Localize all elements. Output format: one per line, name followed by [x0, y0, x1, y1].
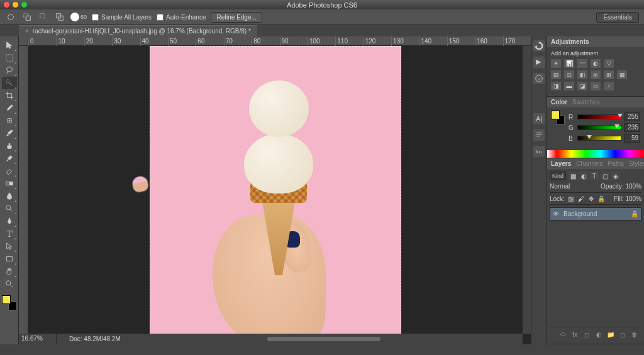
kuler-panel-icon[interactable]: ku — [533, 146, 545, 157]
color-swatch[interactable] — [551, 111, 565, 124]
refine-edge-button[interactable]: Refine Edge... — [211, 12, 262, 23]
opacity-value[interactable]: 100% — [625, 183, 641, 190]
ruler-origin[interactable] — [19, 36, 28, 46]
zoom-level[interactable]: 16.67% — [19, 334, 57, 344]
pen-tool[interactable] — [2, 215, 17, 227]
dodge-tool[interactable] — [2, 202, 17, 215]
subtract-selection-icon[interactable] — [38, 11, 49, 23]
gradient-tool[interactable] — [2, 177, 17, 190]
clone-stamp-tool[interactable] — [2, 139, 17, 152]
b-value[interactable]: 59 — [624, 134, 640, 143]
sample-all-layers-checkbox[interactable]: Sample All Layers — [92, 14, 152, 21]
healing-brush-tool[interactable] — [2, 114, 17, 127]
scrollbar-thumb[interactable] — [267, 337, 380, 341]
fill-value[interactable]: 100% — [625, 195, 641, 202]
marquee-tool[interactable] — [2, 52, 17, 64]
color-balance-icon[interactable]: ⚖ — [564, 70, 574, 79]
paragraph-panel-icon[interactable] — [533, 129, 545, 141]
lock-position-icon[interactable]: ✥ — [587, 195, 595, 202]
layers-footer: ⬭ fx ◻ ◐ 📁 ◻ 🗑 — [550, 327, 641, 341]
actions-panel-icon[interactable] — [533, 57, 545, 68]
curves-icon[interactable]: 〰 — [577, 59, 587, 68]
hand-tool[interactable] — [2, 265, 17, 278]
b-slider[interactable] — [577, 136, 621, 141]
delete-layer-icon[interactable]: 🗑 — [630, 330, 639, 339]
filter-adjustment-icon[interactable]: ◐ — [579, 172, 588, 180]
type-tool[interactable] — [2, 227, 17, 240]
filter-pixel-icon[interactable]: ▦ — [569, 172, 577, 180]
exposure-icon[interactable]: ◐ — [591, 59, 601, 68]
adjustments-subtitle: Add an adjustment — [551, 50, 640, 57]
close-tab-icon[interactable]: × — [25, 28, 29, 35]
lock-all-icon[interactable]: 🔒 — [597, 195, 605, 202]
vertical-scrollbar[interactable] — [523, 46, 531, 334]
vibrance-icon[interactable]: ▽ — [604, 59, 614, 68]
workspace-switcher[interactable]: Essentials — [596, 12, 639, 23]
info-panel-icon[interactable] — [533, 73, 545, 84]
r-value[interactable]: 255 — [624, 112, 640, 121]
crop-tool[interactable] — [2, 89, 17, 102]
filter-shape-icon[interactable]: ▢ — [601, 172, 609, 180]
adjustments-header[interactable]: Adjustments — [547, 36, 644, 47]
vertical-ruler[interactable] — [19, 46, 28, 344]
levels-icon[interactable]: 📊 — [564, 59, 574, 68]
document-info[interactable]: Doc: 48.2M/48.2M — [69, 336, 121, 342]
g-value[interactable]: 235 — [624, 123, 640, 132]
new-layer-icon[interactable]: ◻ — [618, 330, 627, 339]
visibility-icon[interactable]: 👁 — [553, 210, 560, 217]
color-panel-header[interactable]: ColorSwatches — [547, 97, 644, 107]
filter-smart-icon[interactable]: ◈ — [611, 172, 620, 180]
bw-icon[interactable]: ◧ — [577, 70, 587, 79]
brush-tool[interactable] — [2, 127, 17, 139]
channel-mixer-icon[interactable]: ⊞ — [604, 70, 614, 79]
foreground-color[interactable] — [2, 295, 11, 304]
threshold-icon[interactable]: ◪ — [577, 82, 587, 90]
posterize-icon[interactable]: ▬ — [564, 82, 574, 90]
path-selection-tool[interactable] — [2, 240, 17, 253]
new-fill-icon[interactable]: ◐ — [594, 330, 603, 339]
zoom-tool[interactable] — [2, 278, 17, 290]
character-panel-icon[interactable]: A| — [533, 113, 545, 124]
quick-selection-tool[interactable] — [2, 77, 17, 89]
layers-panel-header[interactable]: Layers Channels Paths Styles — [547, 158, 644, 169]
document-tab[interactable]: × rachael-gorjestani-HLt6jQLf_J0-unsplas… — [19, 25, 257, 36]
blend-mode[interactable]: Normal — [550, 183, 580, 190]
history-brush-tool[interactable] — [2, 152, 17, 165]
eyedropper-tool[interactable] — [2, 102, 17, 114]
horizontal-ruler[interactable]: 0102030405060708090100110120130140150160… — [28, 36, 531, 46]
filter-type-icon[interactable]: T — [590, 172, 599, 180]
layer-mask-icon[interactable]: ◻ — [582, 330, 591, 339]
layer-background[interactable]: 👁 Background 🔒 — [550, 207, 641, 221]
tool-preset-icon[interactable] — [5, 11, 16, 23]
intersect-selection-icon[interactable] — [54, 11, 65, 23]
horizontal-scrollbar[interactable]: Doc: 48.2M/48.2M — [28, 334, 523, 344]
color-lookup-icon[interactable]: ▦ — [617, 70, 627, 79]
filter-kind[interactable]: Kind — [550, 172, 566, 180]
gradient-map-icon[interactable]: ▭ — [591, 82, 601, 90]
auto-enhance-checkbox[interactable]: Auto-Enhance — [157, 14, 206, 21]
layer-style-icon[interactable]: fx — [570, 330, 579, 339]
eraser-tool[interactable] — [2, 165, 17, 177]
lock-pixels-icon[interactable]: 🖌 — [577, 195, 585, 202]
layer-name[interactable]: Background — [564, 210, 597, 217]
blur-tool[interactable] — [2, 190, 17, 202]
lasso-tool[interactable] — [2, 64, 17, 77]
move-tool[interactable] — [2, 39, 17, 52]
document-canvas[interactable] — [150, 46, 401, 344]
invert-icon[interactable]: ◨ — [551, 82, 561, 90]
foreground-background-colors[interactable] — [2, 295, 17, 310]
selective-color-icon[interactable]: ▫ — [604, 82, 614, 90]
g-slider[interactable] — [577, 125, 621, 130]
lock-transparent-icon[interactable]: ▨ — [567, 195, 575, 202]
brightness-contrast-icon[interactable]: ☀ — [551, 59, 561, 68]
color-spectrum[interactable] — [547, 150, 644, 158]
link-layers-icon[interactable]: ⬭ — [558, 330, 567, 339]
rectangle-tool[interactable] — [2, 253, 17, 265]
add-selection-icon[interactable] — [21, 11, 33, 23]
r-slider[interactable] — [577, 114, 621, 119]
brush-picker[interactable]: 60 — [70, 13, 87, 21]
history-panel-icon[interactable] — [533, 40, 545, 52]
hue-sat-icon[interactable]: ▤ — [551, 70, 561, 79]
photo-filter-icon[interactable]: ◎ — [591, 70, 601, 79]
new-group-icon[interactable]: 📁 — [606, 330, 615, 339]
